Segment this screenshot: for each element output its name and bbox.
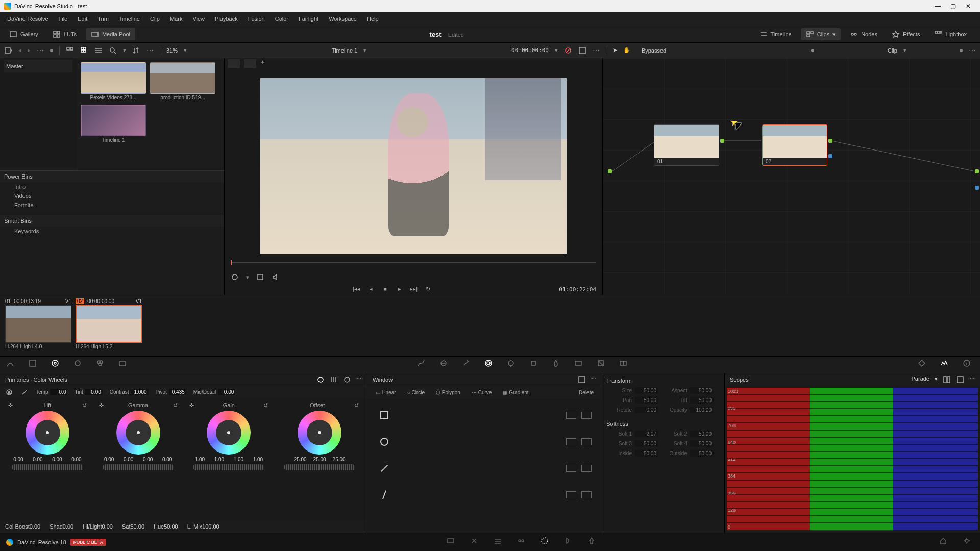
clip-dropdown[interactable]: ▾ (903, 47, 906, 54)
loop-dropdown[interactable]: ▾ (246, 274, 249, 281)
qualifier-icon[interactable] (29, 359, 40, 370)
node-output-dot[interactable] (720, 139, 724, 143)
rgb-mixer-icon[interactable] (96, 359, 107, 370)
hand-tool[interactable]: ✋ (623, 47, 630, 54)
outside-value[interactable]: 50.00 (690, 450, 714, 457)
log-mode-icon[interactable] (343, 375, 351, 384)
tilt-value[interactable]: 50.00 (690, 397, 714, 404)
shape-circle[interactable]: ○ Circle (403, 389, 429, 396)
search-dropdown[interactable]: ▾ (123, 47, 126, 54)
settings-icon[interactable] (963, 537, 974, 548)
media-page-icon[interactable] (447, 537, 458, 548)
home-icon[interactable] (939, 537, 950, 548)
magic-mask-icon[interactable] (529, 359, 541, 370)
more-2-icon[interactable]: ⋯ (146, 46, 154, 55)
power-bins-header[interactable]: Power Bins (0, 170, 224, 182)
wheels-mode-icon[interactable] (316, 375, 325, 384)
scopes-icon[interactable] (940, 359, 951, 370)
lift-jog[interactable] (12, 464, 83, 470)
search-icon[interactable] (109, 46, 117, 55)
size-value[interactable]: 50.00 (635, 387, 658, 394)
timeline-thumb[interactable]: Timeline 1 (81, 105, 146, 143)
hue-value[interactable]: 50.00 (164, 523, 178, 530)
clip-mode[interactable]: Clip (888, 47, 897, 54)
scope-layout-icon[interactable] (943, 375, 951, 384)
shape-gradient[interactable]: ▦ Gradient (499, 389, 532, 396)
shape-row[interactable] (401, 435, 598, 449)
media-pool-button[interactable]: Media Pool (86, 28, 135, 40)
shape-polygon[interactable]: ⬠ Polygon (432, 389, 464, 396)
auto-balance-icon[interactable]: A (5, 388, 13, 396)
line-shape-button[interactable] (377, 461, 391, 475)
nodes-button[interactable]: Nodes (845, 28, 883, 40)
menu-help[interactable]: Help (362, 16, 384, 22)
middetail-value[interactable]: 0.00 (218, 389, 235, 395)
lightbox-button[interactable]: Lightbox (929, 28, 972, 40)
hilight-value[interactable]: 0.00 (102, 523, 113, 530)
shape-curve[interactable]: 〜 Curve (468, 388, 496, 397)
node-input-dot[interactable] (608, 169, 612, 173)
node-alpha-dot[interactable] (828, 154, 832, 158)
clips-button[interactable]: Clips ▾ (801, 28, 841, 40)
play-button[interactable]: ▸ (395, 286, 404, 293)
luts-button[interactable]: LUTs (47, 28, 82, 40)
offset-jog[interactable] (284, 464, 355, 470)
node-alpha-out[interactable] (975, 186, 979, 190)
first-frame-button[interactable]: |◂◂ (352, 286, 361, 293)
reset-icon[interactable]: ↺ (82, 402, 87, 409)
effects-button[interactable]: Effects (887, 28, 925, 40)
delete-button[interactable]: Delete (575, 389, 598, 396)
powerbin-item[interactable]: Fortnite (0, 201, 224, 210)
node-graph[interactable]: 01 02 (602, 58, 980, 295)
timeline-dropdown[interactable]: ▾ (363, 47, 366, 54)
loop-button[interactable]: ↻ (424, 286, 433, 293)
picker-icon[interactable] (462, 359, 473, 370)
menu-resolve[interactable]: DaVinci Resolve (2, 16, 54, 22)
tc-dropdown[interactable]: ▾ (555, 47, 558, 54)
reset-icon[interactable]: ↺ (354, 402, 359, 409)
warper-icon[interactable] (439, 359, 451, 370)
viewer-mode-2[interactable] (244, 59, 256, 68)
rect-shape-button[interactable] (377, 408, 391, 422)
fusion-page-icon[interactable] (517, 537, 528, 548)
primaries-more[interactable]: ⋯ (356, 375, 362, 384)
prev-clip-button[interactable]: ◂ (18, 47, 21, 54)
next-clip-button[interactable]: ▸ (28, 47, 31, 54)
shad-value[interactable]: 0.00 (63, 523, 74, 530)
menu-clip[interactable]: Clip (145, 16, 165, 22)
shape-row[interactable] (401, 461, 598, 475)
soft4-value[interactable]: 50.00 (690, 440, 714, 447)
viewer-wand[interactable]: ✦ (260, 59, 273, 68)
wheels-icon[interactable] (51, 359, 62, 370)
sort-icon[interactable] (132, 46, 140, 55)
node-01[interactable]: 01 (654, 124, 719, 166)
gamma-wheel[interactable]: ✜Gamma↺ 0.000.000.000.00 (95, 402, 182, 516)
keyframes-icon[interactable] (918, 359, 929, 370)
reset-icon[interactable]: ↺ (173, 402, 178, 409)
opacity-value[interactable]: 100.00 (690, 407, 714, 413)
window-more[interactable]: ⋯ (591, 375, 597, 384)
timeline-clip[interactable]: 0200:00:00:00V1 H.264 High L5.2 (76, 298, 142, 353)
zoom-level[interactable]: 31% (166, 47, 178, 54)
node-output-dot[interactable] (828, 139, 832, 143)
grid-small-icon[interactable] (80, 46, 88, 55)
more-icon[interactable]: ⋯ (37, 46, 44, 55)
lift-wheel[interactable]: ✜Lift↺ 0.000.000.000.00 (4, 402, 91, 516)
key-icon[interactable] (574, 359, 585, 370)
menu-edit[interactable]: Edit (72, 16, 92, 22)
sizing-icon[interactable] (597, 359, 608, 370)
menu-file[interactable]: File (54, 16, 73, 22)
stop-button[interactable]: ■ (381, 286, 390, 293)
bars-mode-icon[interactable] (330, 375, 338, 384)
powerbin-item[interactable]: Videos (0, 191, 224, 201)
menu-fusion[interactable]: Fusion (243, 16, 270, 22)
clip-thumb[interactable]: production ID 519... (150, 62, 215, 101)
loop-mode-icon[interactable] (231, 273, 239, 281)
menu-playback[interactable]: Playback (210, 16, 243, 22)
soft3-value[interactable]: 50.00 (635, 440, 658, 447)
menu-workspace[interactable]: Workspace (324, 16, 362, 22)
viewer-scrubber[interactable] (225, 262, 602, 270)
scope-expand-icon[interactable] (956, 375, 964, 384)
colboost-value[interactable]: 0.00 (30, 523, 40, 530)
node-final-dot[interactable] (975, 169, 979, 173)
